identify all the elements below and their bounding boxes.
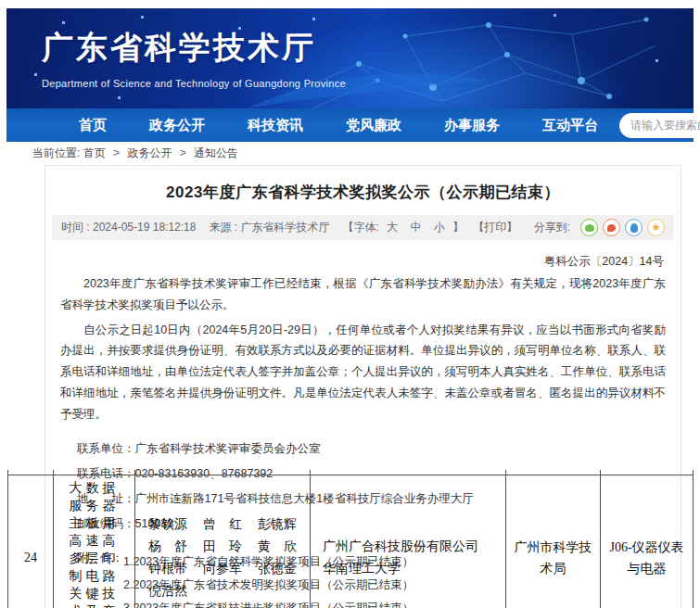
page: 广东省科学技术厅 Department of Science and Techn… [0,0,700,608]
nav-item-party-conduct[interactable]: 党风廉政 [333,117,414,134]
nav-item-gov-info[interactable]: 政务公开 [136,117,218,134]
article-source: 来源 : 广东省科学技术厅 [209,220,329,235]
font-size-control: 【字体: 大 中 小 】 [342,220,464,235]
font-size-open: 【字体: [342,221,378,234]
font-size-close: 】 [452,221,464,234]
breadcrumb-separator: > [113,146,120,159]
nav-item-interaction[interactable]: 互动平台 [529,117,611,134]
font-size-small[interactable]: 小 [434,221,445,234]
article-title: 2023年度广东省科学技术奖拟奖公示（公示期已结束） [45,182,681,203]
qq-share-icon[interactable] [625,219,643,236]
document-number: 粤科公示〔2024〕14号 [45,254,664,270]
share-label: 分享到: [534,220,570,235]
breadcrumb-separator: > [180,146,186,159]
nav-item-home[interactable]: 首页 [66,117,120,134]
font-size-large[interactable]: 大 [387,221,398,234]
cell-nominator: 广州市科学技术局 [506,475,601,608]
breadcrumb-prefix: 当前位置: [32,146,83,159]
cell-organizations: 广州广合科技股份有限公司 华南理工大学 [311,475,506,608]
cell-award-category: J06-仪器仪表与电器 [601,475,694,608]
table-row-24: 24 大数据服务器主板用高速高多层印制电路关键技术及产业化 黎钦源曾 红彭镜辉 … [8,475,694,608]
breadcrumb-gov-info[interactable]: 政务公开 [127,146,172,159]
nav-item-services[interactable]: 办事服务 [431,117,513,134]
share-bar: 分享到: ★ [534,219,665,236]
cell-awardees: 黎钦源曾 红彭镜辉 杨 舒田 玲黄 欣 钟根带向参军张德金 倪浩然 [135,475,311,608]
print-button[interactable]: 【打印】 [473,220,517,235]
article-paragraph: 自公示之日起10日内（2024年5月20日-29日），任何单位或者个人对拟奖结果… [60,320,666,425]
nav-items: 首页 政务公开 科技资讯 党风廉政 办事服务 互动平台 [6,117,619,134]
cell-project-name: 大数据服务器主板用高速高多层印制电路关键技术及产业化 [54,475,135,608]
wechat-share-icon[interactable] [580,219,598,236]
article-paragraph: 2023年度广东省科学技术奖评审工作已经结束，根据《广东省科学技术奖励办法》有关… [60,273,666,316]
publish-time: 时间 : 2024-05-19 18:12:18 [61,220,196,235]
font-size-medium[interactable]: 中 [410,221,421,234]
site-subtitle: Department of Science and Technology of … [42,78,694,89]
article-meta-bar: 时间 : 2024-05-19 18:12:18 来源 : 广东省科学技术厅 【… [52,215,674,240]
nav-item-tech-news[interactable]: 科技资讯 [235,117,316,134]
weibo-share-icon[interactable] [603,219,620,236]
cell-row-number: 24 [8,475,54,608]
breadcrumb-notices[interactable]: 通知公告 [194,146,238,159]
site-banner: 广东省科学技术厅 Department of Science and Techn… [6,8,694,108]
breadcrumb-home[interactable]: 首页 [83,146,106,159]
favorite-share-icon[interactable]: ★ [647,219,665,236]
main-nav: 首页 政务公开 科技资讯 党风廉政 办事服务 互动平台 搜 索 [6,108,694,142]
search-input[interactable] [619,113,700,138]
search-box: 搜 索 [619,113,700,138]
contact-unit: 联系单位：广东省科学技术奖评审委员会办公室 [77,437,666,462]
award-table: 24 大数据服务器主板用高速高多层印制电路关键技术及产业化 黎钦源曾 红彭镜辉 … [7,470,694,608]
breadcrumb: 当前位置: 首页 > 政务公开 > 通知公告 [6,146,694,161]
site-title: 广东省科学技术厅 [42,27,694,70]
